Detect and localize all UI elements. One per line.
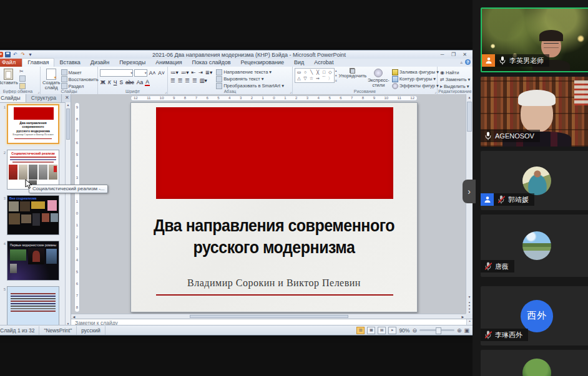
panel-scroll-up-icon[interactable]: ▲ bbox=[66, 102, 71, 108]
participant-tile-6[interactable] bbox=[481, 350, 588, 376]
font-color-button[interactable]: А bbox=[145, 79, 150, 86]
tab-view[interactable]: Вид bbox=[289, 59, 309, 67]
participant-tile-5[interactable]: 西外 李琳西外 bbox=[481, 286, 588, 345]
shapes-gallery-item[interactable]: ╲ bbox=[308, 69, 315, 75]
section-button[interactable]: Раздел bbox=[61, 83, 99, 89]
vertical-scrollbar[interactable]: ▲ ▼ ▲▲ ▼▼ bbox=[466, 94, 473, 314]
panel-close-icon[interactable]: ✕ bbox=[62, 94, 71, 102]
strikethrough-button[interactable]: abc bbox=[125, 79, 135, 85]
panel-scrollbar[interactable]: ▲ ▼ bbox=[65, 102, 71, 327]
redo-icon[interactable]: ↷ bbox=[20, 52, 26, 57]
shapes-gallery-item[interactable]: ○ bbox=[302, 69, 308, 75]
shape-fill-button[interactable]: Заливка фигуры ▾ bbox=[392, 69, 439, 75]
slide-subtitle[interactable]: Владимир Сорокин и Виктор Пелевин bbox=[131, 277, 417, 289]
slide-red-banner[interactable] bbox=[156, 107, 393, 199]
panel-scroll-thumb[interactable] bbox=[66, 108, 70, 140]
paste-button[interactable]: Вставить bbox=[0, 68, 19, 90]
slide-sorter-icon[interactable]: ▦ bbox=[367, 327, 375, 334]
line-spacing-icon[interactable]: ≣▾ bbox=[205, 69, 213, 75]
fit-to-window-icon[interactable]: ▣ bbox=[464, 327, 469, 334]
scroll-thumb[interactable] bbox=[467, 102, 472, 132]
replace-button[interactable]: ⇄Заменить ▾ bbox=[440, 77, 470, 83]
shrink-font-icon[interactable]: A˅ bbox=[157, 70, 165, 76]
justify-icon[interactable]: ☰ bbox=[192, 77, 198, 84]
zoom-in-icon[interactable]: ⊕ bbox=[457, 327, 462, 334]
ribbon-collapse-icon[interactable]: ▵ bbox=[460, 60, 463, 65]
shapes-gallery-item[interactable]: ▽ bbox=[302, 75, 308, 82]
new-slide-button[interactable]: Создать слайд bbox=[42, 68, 61, 90]
save-icon[interactable] bbox=[5, 52, 11, 57]
align-text-button[interactable]: Выровнять текст ▾ bbox=[216, 76, 284, 82]
zoom-out-icon[interactable]: ⊖ bbox=[412, 327, 417, 334]
slideshow-icon[interactable]: ▸ bbox=[388, 327, 396, 334]
shape-effects-button[interactable]: Эффекты фигур ▾ bbox=[392, 83, 439, 89]
shapes-gallery[interactable]: ▭○╲╳□◇△▽☆⇒⌒〉 bbox=[295, 68, 335, 83]
participant-tile-1[interactable]: 李英男老师 bbox=[481, 7, 588, 72]
tab-animations[interactable]: Анимация bbox=[150, 59, 187, 67]
scroll-down-icon[interactable]: ▼ bbox=[466, 294, 473, 300]
minimize-button[interactable]: ─ bbox=[437, 51, 448, 58]
participant-tile-3[interactable]: 郭靖媛 bbox=[481, 151, 588, 210]
shapes-gallery-item[interactable]: □ bbox=[321, 69, 327, 75]
slide-title[interactable]: Два направления современногорусского мод… bbox=[131, 215, 417, 258]
normal-view-icon[interactable]: ▥ bbox=[356, 327, 365, 334]
text-direction-button[interactable]: Направление текста ▾ bbox=[216, 69, 284, 75]
restore-button[interactable]: ❐ bbox=[448, 51, 459, 58]
hscroll-thumb[interactable] bbox=[190, 315, 349, 318]
undo-icon[interactable]: ↶ bbox=[12, 52, 18, 57]
shapes-gallery-item[interactable]: 〉 bbox=[327, 75, 333, 82]
participant-tile-2[interactable]: AGENOSOV bbox=[481, 77, 588, 147]
outline-tab[interactable]: Структура bbox=[26, 94, 62, 102]
increase-indent-icon[interactable]: ⇥ bbox=[198, 69, 203, 75]
slides-tab[interactable]: Слайды bbox=[0, 94, 26, 102]
zoom-slider[interactable] bbox=[419, 329, 454, 331]
smartart-button[interactable]: Преобразовать в SmartArt ▾ bbox=[216, 83, 284, 89]
tab-home[interactable]: Главная bbox=[22, 58, 54, 67]
slide-thumbnail-4[interactable]: Первые модернистские романы bbox=[7, 241, 59, 281]
scroll-left-icon[interactable]: ◀ bbox=[71, 314, 77, 319]
slide-canvas[interactable]: Два направления современногорусского мод… bbox=[130, 102, 418, 312]
previous-slide-icon[interactable]: ▲▲ bbox=[466, 301, 473, 307]
quick-styles-button[interactable]: Экспресс-стили bbox=[368, 68, 390, 88]
scroll-up-icon[interactable]: ▲ bbox=[466, 94, 473, 100]
next-slide-icon[interactable]: ▼▼ bbox=[466, 307, 473, 314]
slide-thumbnail-3[interactable]: Вне соцреализма bbox=[7, 195, 59, 235]
shapes-gallery-item[interactable]: ⌒ bbox=[321, 75, 327, 82]
font-dialog-launcher-icon[interactable]: ⌟ bbox=[165, 89, 167, 94]
tab-review[interactable]: Рецензирование bbox=[236, 59, 290, 67]
tab-transitions[interactable]: Переходы bbox=[114, 59, 150, 67]
arrange-button[interactable]: Упорядочить bbox=[340, 68, 366, 79]
slide-thumbnail-2[interactable]: Социалистический реализм bbox=[7, 150, 59, 190]
format-painter-icon[interactable] bbox=[19, 83, 26, 89]
shapes-gallery-item[interactable]: △ bbox=[296, 75, 302, 82]
copy-icon[interactable] bbox=[19, 75, 26, 82]
numbering-icon[interactable]: ≕▾ bbox=[180, 69, 190, 75]
tab-design[interactable]: Дизайн bbox=[86, 59, 114, 67]
align-right-icon[interactable]: ☰ bbox=[184, 77, 190, 84]
horizontal-scrollbar[interactable]: ◀ ▶ bbox=[71, 314, 466, 319]
scroll-right-icon[interactable]: ▶ bbox=[460, 314, 466, 319]
underline-button[interactable]: Ч bbox=[113, 79, 118, 85]
shapes-gallery-item[interactable]: ◇ bbox=[327, 69, 333, 75]
zoom-slider-knob[interactable] bbox=[436, 327, 441, 334]
paragraph-dialog-launcher-icon[interactable]: ⌟ bbox=[290, 89, 292, 94]
change-case-button[interactable]: Аа bbox=[136, 79, 144, 85]
align-center-icon[interactable]: ☰ bbox=[177, 77, 184, 84]
close-button[interactable]: ✕ bbox=[459, 51, 470, 58]
bold-button[interactable]: Ж bbox=[100, 79, 106, 85]
cut-icon[interactable]: ✂ bbox=[19, 69, 26, 74]
decrease-indent-icon[interactable]: ⇤ bbox=[191, 69, 197, 75]
tab-slideshow[interactable]: Показ слайдов bbox=[187, 59, 236, 67]
title-bar[interactable]: P ↶ ↷ ▾ 2021-06 Два направления модерниз… bbox=[0, 51, 473, 59]
meeting-panel-expand-button[interactable]: › bbox=[463, 180, 476, 203]
language-indicator[interactable]: русский bbox=[77, 326, 105, 335]
shapes-gallery-item[interactable]: ╳ bbox=[315, 69, 321, 75]
qat-more-icon[interactable]: ▾ bbox=[27, 52, 33, 57]
columns-icon[interactable]: ▥▾ bbox=[199, 77, 208, 84]
drawing-dialog-launcher-icon[interactable]: ⌟ bbox=[434, 89, 436, 94]
bullets-icon[interactable]: ≔▾ bbox=[170, 69, 179, 75]
reset-button[interactable]: Восстановить bbox=[61, 76, 99, 82]
tab-acrobat[interactable]: Acrobat bbox=[309, 59, 338, 67]
theme-name[interactable]: "NewsPrint" bbox=[39, 326, 77, 335]
grow-font-icon[interactable]: A˄ bbox=[149, 70, 157, 76]
